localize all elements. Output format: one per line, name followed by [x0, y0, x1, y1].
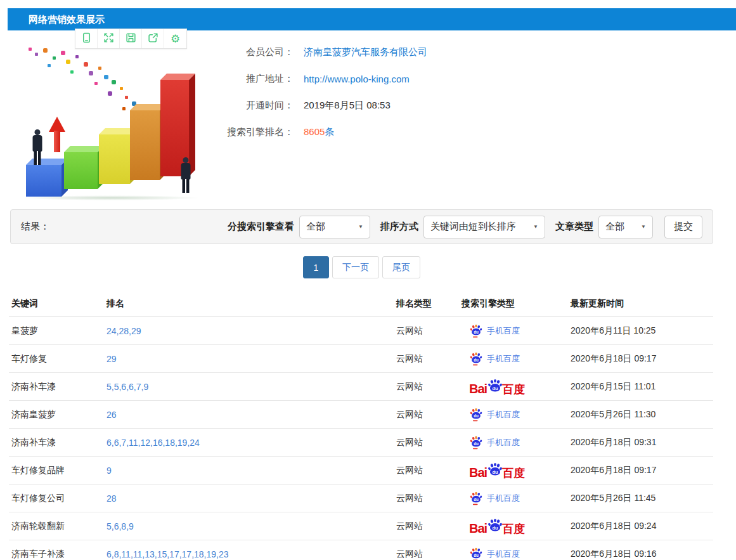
svg-text:du: du — [474, 329, 479, 334]
col-header-rank-type: 排名类型 — [394, 298, 459, 309]
updated-cell: 2020年6月18日 09:17 — [568, 353, 713, 365]
baidu-logo[interactable]: Bai du 百度 — [469, 379, 525, 395]
rank-count-unit: 条 — [325, 126, 334, 137]
info-row-url: 推广地址： http://www.polo-king.com — [219, 71, 548, 86]
rank-type-cell: 云网站 — [394, 493, 459, 504]
settings-button[interactable]: ⚙ — [164, 29, 186, 48]
article-type-select[interactable]: 全部 ▼ — [598, 216, 653, 238]
engine-filter-select[interactable]: 全部 ▼ — [299, 216, 370, 238]
rank-links[interactable]: 29 — [104, 354, 394, 364]
rank-links[interactable]: 26 — [104, 410, 394, 420]
engine-filter-value: 全部 — [306, 221, 325, 233]
engine-cell: du 手机百度 — [459, 324, 568, 338]
chart-bar-orange — [130, 110, 160, 180]
save-button[interactable] — [120, 29, 142, 48]
keyword-cell: 济南补车漆 — [9, 437, 104, 448]
rank-links[interactable]: 28 — [104, 493, 394, 504]
svg-text:du: du — [474, 357, 479, 361]
mobile-baidu-logo[interactable]: du 手机百度 — [469, 324, 520, 338]
baidu-paw-icon: du — [469, 408, 483, 422]
hero-section: 会员公司： 济南皇菠萝汽车服务有限公司 推广地址： http://www.pol… — [0, 30, 736, 207]
baidu-paw-icon: du — [469, 352, 483, 366]
keyword-cell: 皇菠萝 — [9, 325, 104, 337]
engine-label: 手机百度 — [487, 493, 520, 504]
rank-count-label: 搜索引擎排名： — [219, 126, 294, 138]
page-number-current[interactable]: 1 — [303, 256, 329, 278]
share-icon — [148, 32, 158, 46]
engine-label: 手机百度 — [487, 353, 520, 365]
chevron-down-icon: ▼ — [641, 224, 646, 230]
engine-cell: du 手机百度 — [459, 352, 568, 366]
article-type-value: 全部 — [605, 221, 624, 233]
company-link[interactable]: 济南皇菠萝汽车服务有限公司 — [304, 46, 427, 58]
info-row-open-time: 开通时间： 2019年8月5日 08:53 — [219, 98, 548, 113]
engine-cell: du 手机百度 — [459, 492, 568, 505]
rank-type-cell: 云网站 — [394, 325, 459, 337]
baidu-paw-icon: du — [469, 324, 483, 338]
updated-cell: 2020年5月26日 11:45 — [568, 493, 713, 504]
promo-url-link[interactable]: http://www.polo-king.com — [304, 74, 410, 84]
rank-count-number: 8605 — [304, 126, 325, 137]
updated-cell: 2020年6月18日 09:31 — [568, 437, 713, 448]
keyword-cell: 车灯修复品牌 — [9, 465, 104, 476]
engine-filter-label: 分搜索引擎查看 — [228, 221, 294, 233]
engine-cell: du 手机百度 — [459, 408, 568, 422]
ground-shadow — [22, 195, 200, 200]
up-arrow-icon — [49, 117, 65, 152]
col-header-keyword: 关键词 — [9, 298, 104, 309]
article-type-label: 文章类型 — [555, 221, 593, 233]
table-row: 皇菠萝 24,28,29 云网站 du 手机百度 2020年6月11日 10:2… — [9, 317, 713, 345]
businessman-figure-right — [181, 157, 191, 194]
keyword-cell: 济南轮毂翻新 — [9, 521, 104, 532]
confetti-decoration — [29, 48, 32, 51]
mobile-baidu-logo[interactable]: du 手机百度 — [469, 408, 520, 422]
mobile-baidu-logo[interactable]: du 手机百度 — [469, 436, 520, 450]
engine-label: 手机百度 — [487, 325, 520, 337]
engine-cell: Bai du 百度 — [459, 518, 568, 535]
rank-type-cell: 云网站 — [394, 353, 459, 365]
rank-type-cell: 云网站 — [394, 521, 459, 532]
baidu-logo[interactable]: Bai du 百度 — [469, 518, 525, 535]
rank-type-cell: 云网站 — [394, 381, 459, 393]
toolbar: ⚙ — [75, 29, 187, 49]
baidu-paw-icon: du — [469, 492, 483, 505]
pagination: 1 下一页 尾页 — [10, 256, 713, 278]
keyword-cell: 济南补车漆 — [9, 381, 104, 393]
mobile-preview-icon — [81, 32, 92, 46]
next-page-button[interactable]: 下一页 — [332, 256, 379, 278]
svg-text:du: du — [493, 524, 499, 530]
table-row: 车灯修复品牌 9 云网站 Bai du 百度 2020年6月18日 09:17 — [9, 457, 713, 485]
chart-bar-blue — [26, 165, 61, 197]
updated-cell: 2020年6月15日 11:01 — [568, 381, 713, 393]
rank-links[interactable]: 24,28,29 — [104, 326, 394, 336]
chart-bar-green — [64, 152, 98, 189]
share-button[interactable] — [142, 29, 164, 48]
svg-text:du: du — [474, 497, 479, 501]
mobile-baidu-logo[interactable]: du 手机百度 — [469, 492, 520, 505]
rank-type-cell: 云网站 — [394, 549, 459, 560]
submit-button[interactable]: 提交 — [664, 216, 702, 238]
rank-links[interactable]: 5,6,8,9 — [104, 521, 394, 531]
fullscreen-button[interactable] — [98, 29, 120, 48]
last-page-button[interactable]: 尾页 — [382, 256, 420, 278]
info-row-company: 会员公司： 济南皇菠萝汽车服务有限公司 — [219, 44, 548, 60]
member-info: 会员公司： 济南皇菠萝汽车服务有限公司 推广地址： http://www.pol… — [219, 44, 548, 151]
promo-url-label: 推广地址： — [219, 73, 294, 85]
svg-text:du: du — [474, 552, 479, 557]
filter-bar: 结果： 分搜索引擎查看 全部 ▼ 排序方式 关键词由短到长排序 ▼ 文章类型 全… — [10, 209, 713, 244]
table-body: 皇菠萝 24,28,29 云网站 du 手机百度 2020年6月11日 10:2… — [9, 317, 713, 560]
updated-cell: 2020年5月26日 11:30 — [568, 409, 713, 420]
rank-links[interactable]: 9 — [104, 466, 394, 476]
rank-links[interactable]: 6,6,7,11,12,16,18,19,24 — [104, 438, 394, 448]
mobile-baidu-logo[interactable]: du 手机百度 — [469, 352, 520, 366]
ranking-table: 关键词 排名 排名类型 搜索引擎类型 最新更新时间 皇菠萝 24,28,29 云… — [9, 290, 713, 560]
sort-filter-select[interactable]: 关键词由短到长排序 ▼ — [423, 216, 545, 238]
mobile-preview-button[interactable] — [75, 29, 98, 48]
rank-links[interactable]: 6,8,11,11,13,15,17,17,18,19,23 — [104, 549, 394, 559]
col-header-engine-type: 搜索引擎类型 — [459, 298, 568, 309]
sort-filter-value: 关键词由短到长排序 — [430, 221, 516, 233]
mobile-baidu-logo[interactable]: du 手机百度 — [469, 547, 520, 560]
baidu-logo[interactable]: Bai du 百度 — [469, 462, 525, 479]
keyword-cell: 济南车子补漆 — [9, 549, 104, 560]
rank-links[interactable]: 5,5,6,6,7,9 — [104, 382, 394, 392]
